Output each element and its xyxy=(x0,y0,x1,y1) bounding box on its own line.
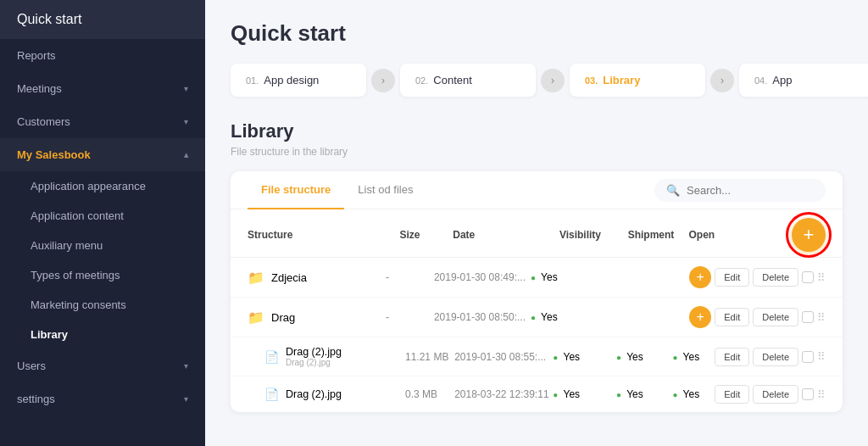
row-actions: + Edit Delete ⠿ xyxy=(689,306,826,328)
steps-row: 01. App design › 02. Content › 03. Libra… xyxy=(231,64,843,97)
sidebar-sub-aux-menu[interactable]: Auxiliary menu xyxy=(0,231,205,260)
table-row: 📄 Drag (2).jpg Drag (2).jpg 11.21 MB 201… xyxy=(231,337,843,376)
sidebar-sub-marketing-consents[interactable]: Marketing consents xyxy=(0,290,205,320)
row-shipment: ● Yes xyxy=(616,388,672,400)
sidebar-top[interactable]: Quick start xyxy=(0,0,205,39)
chevron-down-icon: ▾ xyxy=(184,117,188,126)
add-circle-highlight: + xyxy=(792,218,826,252)
chevron-up-icon: ▴ xyxy=(184,150,188,159)
sidebar-item-my-salesbook[interactable]: My Salesbook ▴ xyxy=(0,138,205,171)
row-checkbox[interactable] xyxy=(802,351,814,363)
delete-button[interactable]: Delete xyxy=(753,385,798,404)
main-content: Quick start 01. App design › 02. Content… xyxy=(205,0,868,446)
step-label: Content xyxy=(433,74,472,86)
section-subtitle: File structure in the library xyxy=(231,146,843,158)
chevron-down-icon: ▾ xyxy=(184,361,188,371)
sidebar-sub-app-content[interactable]: Application content xyxy=(0,201,205,231)
section-title: Library xyxy=(231,120,843,142)
library-card: File structure List od files 🔍 Structure… xyxy=(231,171,843,412)
row-visibility: ● Yes xyxy=(553,351,616,363)
drag-handle-icon[interactable]: ⠿ xyxy=(817,271,826,284)
col-structure: Structure xyxy=(248,229,399,241)
sidebar-item-label: My Salesbook xyxy=(17,148,91,161)
row-visibility: ● Yes xyxy=(531,271,593,283)
edit-button[interactable]: Edit xyxy=(715,348,749,366)
tab-list-files[interactable]: List od files xyxy=(344,171,426,209)
visibility-dot: ● xyxy=(553,390,558,399)
row-add-button[interactable]: + xyxy=(689,306,711,328)
open-dot: ● xyxy=(672,390,677,399)
open-dot: ● xyxy=(672,353,677,362)
step-arrow-3: › xyxy=(710,69,734,92)
sidebar-item-label: settings xyxy=(17,393,55,405)
row-date: 2019-01-30 08:49:... xyxy=(434,271,531,283)
page-title: Quick start xyxy=(231,20,843,47)
row-actions: + Edit Delete ⠿ xyxy=(689,266,826,288)
file-icon: 📄 xyxy=(264,387,279,401)
row-name: Drag (2).jpg xyxy=(286,388,342,400)
tab-file-structure[interactable]: File structure xyxy=(248,171,344,209)
row-visibility: ● Yes xyxy=(553,388,616,400)
sidebar-item-reports[interactable]: Reports xyxy=(0,39,205,72)
row-name-cell: 📄 Drag (2).jpg Drag (2).jpg xyxy=(264,346,405,367)
edit-button[interactable]: Edit xyxy=(715,308,749,326)
delete-button[interactable]: Delete xyxy=(753,308,798,326)
row-checkbox[interactable] xyxy=(802,388,814,400)
visibility-dot: ● xyxy=(531,273,536,282)
search-input[interactable] xyxy=(687,184,814,197)
row-open: ● Yes xyxy=(672,351,715,363)
sidebar-item-label: Customers xyxy=(17,115,70,128)
drag-handle-icon[interactable]: ⠿ xyxy=(817,311,826,324)
row-name: Drag xyxy=(271,311,295,324)
row-size: 11.21 MB xyxy=(405,351,454,363)
row-name-cell: 📄 Drag (2).jpg xyxy=(264,387,405,401)
step-label: Library xyxy=(603,74,640,86)
delete-button[interactable]: Delete xyxy=(753,268,798,287)
row-actions: Edit Delete ⠿ xyxy=(715,348,826,366)
sidebar-sub-types-meetings[interactable]: Types of meetings xyxy=(0,260,205,290)
drag-handle-icon[interactable]: ⠿ xyxy=(817,350,826,363)
shipment-dot: ● xyxy=(616,353,621,362)
row-add-button[interactable]: + xyxy=(689,266,711,288)
row-actions: Edit Delete ⠿ xyxy=(715,385,826,404)
step-content[interactable]: 02. Content xyxy=(400,64,536,97)
table-row: 📄 Drag (2).jpg 0.3 MB 2018-03-22 12:39:1… xyxy=(231,376,843,412)
step-app[interactable]: 04. App xyxy=(739,64,868,97)
shipment-dot: ● xyxy=(616,390,621,399)
sidebar-item-label: Reports xyxy=(17,49,56,62)
step-arrow-2: › xyxy=(541,69,565,92)
add-button-cell: + xyxy=(734,218,826,252)
table-row: 📁 Drag - 2019-01-30 08:50:... ● Yes + Ed… xyxy=(231,298,843,337)
step-library[interactable]: 03. Library xyxy=(570,64,705,97)
row-name-cell: 📁 Zdjecia xyxy=(248,270,386,286)
file-icon: 📄 xyxy=(264,350,279,364)
sidebar-item-users[interactable]: Users ▾ xyxy=(0,349,205,382)
col-shipment: Shipment xyxy=(628,229,689,241)
row-visibility: ● Yes xyxy=(531,311,593,323)
drag-handle-icon[interactable]: ⠿ xyxy=(817,388,826,401)
sidebar: Quick start Reports Meetings ▾ Customers… xyxy=(0,0,205,446)
visibility-dot: ● xyxy=(531,313,536,322)
folder-icon: 📁 xyxy=(248,309,264,326)
row-checkbox[interactable] xyxy=(802,271,814,283)
sidebar-item-settings[interactable]: settings ▾ xyxy=(0,382,205,415)
sidebar-sub-app-appearance[interactable]: Application appearance xyxy=(0,171,205,201)
row-date: 2018-03-22 12:39:11 xyxy=(454,388,553,400)
row-checkbox[interactable] xyxy=(802,311,814,323)
search-icon: 🔍 xyxy=(666,184,680,197)
table-row: 📁 Zdjecia - 2019-01-30 08:49:... ● Yes +… xyxy=(231,258,843,298)
search-box[interactable]: 🔍 xyxy=(654,179,826,202)
sidebar-item-customers[interactable]: Customers ▾ xyxy=(0,105,205,138)
add-folder-button[interactable]: + xyxy=(792,218,826,252)
row-open: ● Yes xyxy=(672,388,715,400)
edit-button[interactable]: Edit xyxy=(715,385,749,404)
delete-button[interactable]: Delete xyxy=(753,348,798,366)
edit-button[interactable]: Edit xyxy=(715,268,749,287)
step-app-design[interactable]: 01. App design xyxy=(231,64,366,97)
row-name: Zdjecia xyxy=(271,271,307,284)
col-visibility: Visibility xyxy=(559,229,628,241)
row-name-small: Drag (2).jpg xyxy=(286,358,342,367)
table-header-row: Structure Size Date Visibility Shipment … xyxy=(231,209,843,258)
sidebar-sub-library[interactable]: Library xyxy=(0,320,205,349)
sidebar-item-meetings[interactable]: Meetings ▾ xyxy=(0,72,205,105)
